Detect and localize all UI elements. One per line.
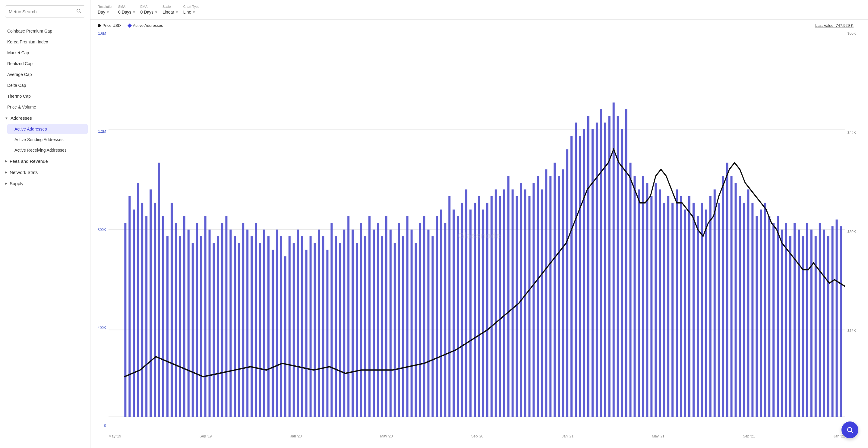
svg-line-179 bbox=[851, 431, 853, 433]
svg-rect-78 bbox=[423, 216, 425, 417]
y-axis-right: $60K $45K $30K $15K bbox=[845, 29, 863, 430]
svg-rect-165 bbox=[789, 236, 792, 417]
toolbar: Resolution Day ▼ SMA 0 Days ▼ EMA 0 Days… bbox=[90, 0, 868, 20]
svg-rect-161 bbox=[772, 223, 775, 417]
nav-item-active-sending[interactable]: Active Sending Addresses bbox=[7, 134, 88, 145]
fab-search-button[interactable] bbox=[841, 421, 858, 438]
svg-rect-37 bbox=[251, 236, 253, 417]
search-box[interactable] bbox=[5, 5, 85, 18]
svg-rect-129 bbox=[638, 189, 640, 417]
svg-rect-51 bbox=[310, 236, 312, 417]
svg-rect-141 bbox=[688, 196, 690, 417]
svg-rect-73 bbox=[402, 236, 404, 417]
ema-select[interactable]: 0 Days ▼ bbox=[140, 10, 157, 14]
svg-rect-31 bbox=[225, 216, 227, 417]
section-addresses-children: Active Addresses Active Sending Addresse… bbox=[0, 124, 90, 155]
svg-rect-132 bbox=[650, 196, 652, 417]
section-supply[interactable]: ▶ Supply bbox=[0, 178, 90, 189]
section-addresses-arrow: ▼ bbox=[5, 116, 8, 120]
svg-rect-54 bbox=[322, 236, 324, 417]
nav-item-market-cap[interactable]: Market Cap bbox=[0, 47, 90, 58]
svg-rect-168 bbox=[802, 236, 804, 417]
svg-rect-130 bbox=[642, 176, 644, 417]
x-label-2: Jan '20 bbox=[290, 434, 302, 438]
section-addresses-label: Addresses bbox=[10, 116, 32, 121]
svg-rect-96 bbox=[499, 196, 501, 417]
svg-rect-156 bbox=[751, 203, 753, 417]
svg-line-1 bbox=[80, 12, 81, 13]
nav-item-realized-cap[interactable]: Realized Cap bbox=[0, 58, 90, 69]
nav-item-thermo-cap[interactable]: Thermo Cap bbox=[0, 91, 90, 102]
y-label-4: 0 bbox=[90, 424, 108, 428]
svg-rect-36 bbox=[246, 230, 248, 417]
nav-item-coinbase-premium[interactable]: Coinbase Premium Gap bbox=[0, 26, 90, 36]
svg-rect-125 bbox=[621, 129, 623, 417]
svg-rect-133 bbox=[655, 183, 657, 417]
svg-rect-59 bbox=[343, 230, 345, 417]
svg-rect-166 bbox=[794, 223, 796, 417]
chart-type-value: Line bbox=[183, 10, 191, 14]
svg-rect-25 bbox=[200, 236, 202, 417]
svg-rect-67 bbox=[377, 223, 379, 417]
svg-rect-109 bbox=[554, 163, 556, 417]
section-supply-label: Supply bbox=[10, 181, 24, 186]
price-legend-dot bbox=[98, 24, 101, 27]
section-fees-arrow: ▶ bbox=[5, 159, 7, 163]
sma-value: 0 Days bbox=[118, 10, 131, 14]
nav-item-delta-cap[interactable]: Delta Cap bbox=[0, 80, 90, 91]
svg-rect-88 bbox=[465, 189, 467, 417]
svg-rect-163 bbox=[781, 230, 783, 417]
svg-rect-147 bbox=[714, 189, 716, 417]
svg-rect-16 bbox=[162, 216, 164, 417]
svg-rect-136 bbox=[667, 196, 669, 417]
section-network[interactable]: ▶ Network Stats bbox=[0, 167, 90, 178]
svg-rect-64 bbox=[364, 236, 366, 417]
svg-rect-153 bbox=[739, 196, 741, 417]
nav-item-average-cap[interactable]: Average Cap bbox=[0, 69, 90, 80]
svg-rect-72 bbox=[398, 223, 400, 417]
svg-rect-149 bbox=[722, 176, 724, 417]
nav-item-price-volume[interactable]: Price & Volume bbox=[0, 102, 90, 113]
svg-rect-61 bbox=[351, 230, 354, 417]
svg-rect-116 bbox=[583, 129, 585, 417]
chart-type-label: Chart Type bbox=[183, 5, 199, 8]
nav-item-korea-premium[interactable]: Korea Premium Index bbox=[0, 36, 90, 47]
svg-rect-76 bbox=[415, 243, 417, 417]
svg-rect-83 bbox=[444, 223, 446, 417]
svg-rect-162 bbox=[777, 216, 779, 417]
svg-rect-170 bbox=[810, 230, 812, 417]
svg-rect-69 bbox=[385, 216, 388, 417]
x-label-4: Sep '20 bbox=[471, 434, 483, 438]
scale-value: Linear bbox=[162, 10, 174, 14]
section-fees-label: Fees and Revenue bbox=[10, 159, 48, 164]
toolbar-ema: EMA 0 Days ▼ bbox=[140, 5, 157, 14]
svg-rect-44 bbox=[280, 236, 282, 417]
resolution-chevron: ▼ bbox=[106, 10, 110, 14]
main-content: Resolution Day ▼ SMA 0 Days ▼ EMA 0 Days… bbox=[90, 0, 868, 448]
svg-rect-8 bbox=[128, 196, 130, 417]
ema-value: 0 Days bbox=[140, 10, 153, 14]
svg-rect-140 bbox=[684, 210, 686, 417]
svg-rect-108 bbox=[549, 176, 552, 417]
sma-select[interactable]: 0 Days ▼ bbox=[118, 10, 135, 14]
search-input[interactable] bbox=[9, 9, 73, 14]
section-network-arrow: ▶ bbox=[5, 170, 7, 174]
svg-rect-26 bbox=[205, 216, 207, 417]
svg-rect-113 bbox=[570, 136, 572, 417]
svg-rect-105 bbox=[537, 176, 539, 417]
svg-rect-139 bbox=[680, 196, 682, 417]
nav-item-active-receiving[interactable]: Active Receiving Addresses bbox=[7, 145, 88, 155]
scale-select[interactable]: Linear ▼ bbox=[162, 10, 179, 14]
nav-item-active-addresses[interactable]: Active Addresses bbox=[7, 124, 88, 134]
svg-rect-134 bbox=[659, 189, 661, 417]
section-fees[interactable]: ▶ Fees and Revenue bbox=[0, 156, 90, 167]
x-label-0: May '19 bbox=[108, 434, 121, 438]
svg-rect-164 bbox=[785, 223, 787, 417]
svg-rect-32 bbox=[229, 230, 231, 417]
section-addresses[interactable]: ▼ Addresses bbox=[0, 113, 90, 124]
resolution-select[interactable]: Day ▼ bbox=[98, 10, 113, 14]
svg-rect-13 bbox=[150, 189, 152, 417]
svg-rect-177 bbox=[840, 226, 842, 417]
svg-rect-62 bbox=[356, 243, 358, 417]
chart-type-select[interactable]: Line ▼ bbox=[183, 10, 199, 14]
